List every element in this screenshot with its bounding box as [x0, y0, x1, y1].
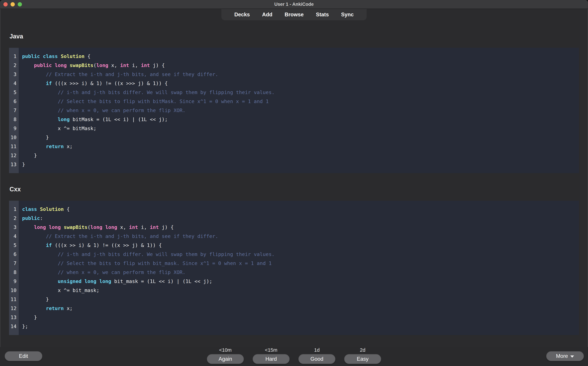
toolbar-item-stats[interactable]: Stats	[310, 9, 335, 20]
toolbar-item-add[interactable]: Add	[256, 9, 279, 20]
code-line: long long swapBits(long long x, int i, i…	[22, 223, 579, 232]
code-lines: public class Solution { public long swap…	[19, 48, 579, 173]
answer-group-again: <10mAgain	[207, 347, 244, 366]
line-number: 5	[9, 88, 19, 97]
code-line: if (((x >>> i) & 1) != ((x >>> j) & 1)) …	[22, 79, 579, 88]
line-number: 6	[9, 250, 19, 259]
again-button[interactable]: Again	[207, 354, 244, 364]
code-token	[22, 260, 58, 266]
code-token: (	[87, 224, 90, 230]
code-token: {	[85, 53, 91, 59]
code-token: Solution	[40, 206, 64, 212]
code-token: x,	[108, 62, 120, 68]
line-number: 2	[9, 214, 19, 223]
line-number: 10	[9, 286, 19, 295]
code-line: return x;	[22, 142, 579, 151]
answer-group-good: 1dGood	[298, 347, 335, 366]
line-number: 4	[9, 79, 19, 88]
line-number-gutter: 1234567891011121314	[9, 201, 19, 335]
line-number: 11	[9, 295, 19, 304]
code-token: return	[46, 305, 64, 311]
close-window-icon[interactable]	[3, 2, 8, 7]
title-bar: User 1 - AnkiCode	[0, 0, 588, 9]
zoom-window-icon[interactable]	[18, 2, 22, 7]
code-token: i,	[129, 62, 141, 68]
code-token: // Select the bits to flip with bitMask.…	[58, 99, 269, 104]
line-number: 12	[9, 304, 19, 313]
toolbar-button-group: DecksAddBrowseStatsSync	[221, 9, 367, 20]
code-block-cxx: 1234567891011121314class Solution {publi…	[9, 201, 579, 335]
code-line: public long swapBits(long x, int i, int …	[22, 61, 579, 70]
minimize-window-icon[interactable]	[11, 2, 15, 7]
line-number: 13	[9, 313, 19, 322]
code-line: return x;	[22, 304, 579, 313]
more-button[interactable]: More	[546, 351, 584, 361]
code-token	[22, 251, 58, 257]
code-token: // Select the bits to flip with bit_mask…	[58, 260, 272, 266]
code-token: :	[40, 215, 43, 221]
code-token: long long	[91, 224, 117, 230]
line-number: 6	[9, 97, 19, 106]
code-token: x;	[64, 144, 72, 149]
edit-button[interactable]: Edit	[5, 351, 42, 361]
line-number: 7	[9, 106, 19, 115]
code-line: unsigned long long bit_mask = (1L << i) …	[22, 277, 579, 286]
line-number: 2	[9, 61, 19, 70]
code-token	[22, 116, 58, 122]
code-token: (((x >> i) & 1) != ((x >> j) & 1)) {	[52, 242, 162, 248]
ankicode-window: { "window": { "title": "User 1 - AnkiCod…	[0, 0, 588, 366]
card-content: Java12345678910111213public class Soluti…	[0, 33, 588, 335]
line-number: 11	[9, 142, 19, 151]
code-line: x ^= bitMask;	[22, 124, 579, 133]
code-token: }	[22, 297, 49, 302]
code-token: // when x = 0, we can perform the flip X…	[58, 269, 186, 275]
card-language-heading: Java	[9, 33, 588, 40]
line-number: 8	[9, 268, 19, 277]
line-number: 5	[9, 241, 19, 250]
code-token	[22, 305, 46, 311]
code-token: public	[22, 215, 40, 221]
code-line: if (((x >> i) & 1) != ((x >> j) & 1)) {	[22, 241, 579, 250]
code-token: x ^= bit_mask;	[22, 287, 99, 293]
code-token	[22, 107, 58, 113]
code-line: // i-th and j-th bits differ. We will sw…	[22, 88, 579, 97]
code-token: j) {	[159, 224, 174, 230]
code-token: long	[96, 62, 108, 68]
code-line: // Select the bits to flip with bit_mask…	[22, 259, 579, 268]
code-token: return	[46, 144, 64, 149]
code-line: public class Solution {	[22, 52, 579, 61]
code-token: int	[129, 224, 138, 230]
line-number: 3	[9, 70, 19, 79]
line-number: 10	[9, 133, 19, 142]
card-language-heading: Cxx	[9, 186, 588, 192]
line-number: 9	[9, 124, 19, 133]
code-line: x ^= bit_mask;	[22, 286, 579, 295]
code-line: // i-th and j-th bits differ. We will sw…	[22, 250, 579, 259]
top-toolbar: DecksAddBrowseStatsSync	[0, 9, 588, 20]
code-token: }	[22, 314, 37, 320]
code-token: // i-th and j-th bits differ. We will sw…	[58, 90, 275, 95]
code-token: long long	[34, 224, 64, 230]
code-token	[22, 269, 58, 275]
code-token: int	[141, 62, 150, 68]
code-token: x,	[117, 224, 129, 230]
code-token: swapBits	[70, 62, 93, 68]
code-token	[22, 99, 58, 104]
line-number-gutter: 12345678910111213	[9, 48, 19, 173]
good-button[interactable]: Good	[298, 354, 335, 364]
code-line: }	[22, 295, 579, 304]
code-token: (	[93, 62, 96, 68]
line-number: 1	[9, 205, 19, 214]
code-line: }	[22, 133, 579, 142]
code-token: }	[22, 135, 49, 140]
hard-button[interactable]: Hard	[253, 354, 290, 364]
toolbar-item-decks[interactable]: Decks	[228, 9, 256, 20]
toolbar-item-browse[interactable]: Browse	[279, 9, 310, 20]
code-token: class	[22, 206, 40, 212]
code-token: bitMask = (1L << i) | (1L << j);	[70, 116, 168, 122]
code-line: // when x = 0, we can perform the flip X…	[22, 268, 579, 277]
code-token	[22, 71, 46, 77]
easy-button[interactable]: Easy	[344, 354, 381, 364]
toolbar-item-sync[interactable]: Sync	[335, 9, 360, 20]
code-line: // Extract the i-th and j-th bits, and s…	[22, 232, 579, 241]
